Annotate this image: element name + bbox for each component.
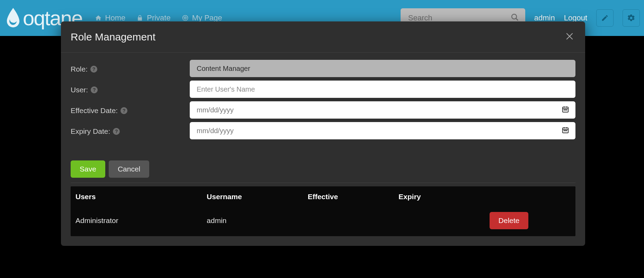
- role-value: Content Manager: [197, 65, 250, 73]
- modal-title: Role Management: [71, 31, 155, 43]
- calendar-icon[interactable]: [562, 126, 569, 135]
- svg-point-20: [566, 130, 567, 131]
- help-icon[interactable]: ?: [113, 128, 120, 135]
- label-text: User:: [71, 86, 88, 94]
- label-user: User: ?: [71, 84, 186, 94]
- pencil-icon: [601, 14, 609, 22]
- form-row-role: Role: ? Content Manager: [71, 58, 575, 79]
- settings-button[interactable]: [623, 9, 640, 27]
- delete-button[interactable]: Delete: [490, 212, 529, 229]
- modal-header: Role Management: [61, 21, 585, 53]
- logo-drop-icon: [6, 8, 21, 28]
- table-header-row: Users Username Effective Expiry: [71, 186, 575, 207]
- label-expiry: Expiry Date: ?: [71, 126, 186, 136]
- svg-point-2: [185, 18, 186, 19]
- save-button[interactable]: Save: [71, 160, 105, 178]
- label-text: Effective Date:: [71, 106, 118, 115]
- th-username: Username: [202, 186, 303, 207]
- target-icon: [182, 15, 189, 21]
- lock-icon: [136, 15, 143, 21]
- role-field: Content Manager: [190, 60, 575, 77]
- user-input[interactable]: [190, 81, 575, 98]
- svg-point-12: [565, 110, 566, 110]
- th-effective: Effective: [303, 186, 394, 207]
- form-row-effective: Effective Date: ?: [71, 100, 575, 120]
- calendar-icon[interactable]: [562, 105, 569, 114]
- users-table: Users Username Effective Expiry Administ…: [71, 186, 575, 236]
- cell-expiry: [394, 207, 484, 236]
- modal-body: Role: ? Content Manager User: ? Effectiv…: [61, 53, 585, 246]
- svg-point-18: [564, 130, 564, 131]
- close-button[interactable]: [564, 30, 575, 43]
- label-effective: Effective Date: ?: [71, 105, 186, 115]
- form-row-user: User: ?: [71, 79, 575, 100]
- form-row-expiry: Expiry Date: ?: [71, 120, 575, 141]
- cell-users: Administrator: [71, 207, 202, 236]
- cell-effective: [303, 207, 394, 236]
- expiry-date-input[interactable]: [190, 122, 575, 139]
- cell-username: admin: [202, 207, 303, 236]
- role-management-modal: Role Management Role: ? Content Manager …: [61, 21, 585, 246]
- label-text: Expiry Date:: [71, 127, 110, 136]
- edit-button[interactable]: [596, 9, 614, 27]
- th-users: Users: [71, 186, 202, 207]
- svg-point-11: [564, 110, 564, 110]
- button-row: Save Cancel: [71, 160, 575, 183]
- close-icon: [565, 32, 574, 41]
- help-icon[interactable]: ?: [120, 107, 127, 114]
- label-text: Role:: [71, 65, 88, 73]
- effective-date-input[interactable]: [190, 101, 575, 119]
- svg-point-19: [565, 130, 566, 131]
- help-icon[interactable]: ?: [91, 86, 98, 93]
- svg-point-13: [566, 110, 567, 110]
- th-expiry: Expiry: [394, 186, 484, 207]
- home-icon: [95, 15, 102, 21]
- table-row: Administrator admin Delete: [71, 207, 575, 236]
- help-icon[interactable]: ?: [90, 66, 97, 73]
- label-role: Role: ?: [71, 64, 186, 73]
- cancel-button[interactable]: Cancel: [109, 160, 149, 178]
- gear-icon: [627, 14, 635, 22]
